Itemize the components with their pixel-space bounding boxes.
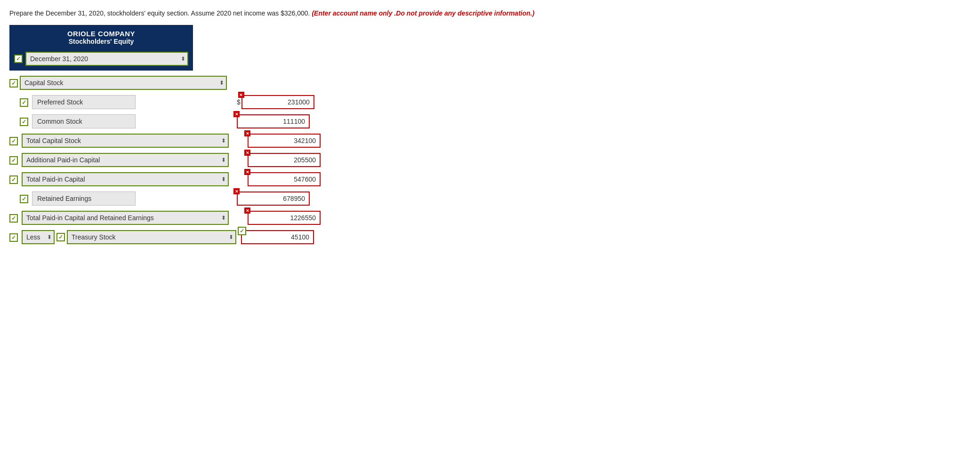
common-check-icon: ✓: [22, 119, 26, 125]
retained-earnings-input[interactable]: [237, 191, 310, 206]
total-capital-stock-x[interactable]: ✕: [244, 130, 250, 136]
common-stock-input[interactable]: [237, 114, 310, 128]
capital-stock-row: ✓ Capital Stock: [9, 74, 971, 91]
company-subtitle: Stockholders' Equity: [17, 38, 185, 45]
additional-paid-input[interactable]: [248, 153, 321, 167]
additional-paid-select-wrap: Additional Paid-in Capital: [22, 153, 229, 167]
dollar-sign-preferred: $: [237, 98, 241, 106]
capital-stock-checkbox[interactable]: ✓: [9, 79, 18, 88]
date-check-icon: ✓: [16, 56, 21, 62]
total-capital-check-icon: ✓: [11, 138, 16, 144]
common-stock-x[interactable]: ✕: [233, 111, 240, 117]
total-paid-retained-value-wrap: ✕: [248, 211, 321, 225]
common-stock-row: ✓ Common Stock ✕: [9, 113, 971, 130]
total-paid-retained-checkbox[interactable]: ✓: [9, 214, 18, 223]
instruction-text: Prepare the December 31, 2020, stockhold…: [9, 9, 310, 17]
date-checkbox[interactable]: ✓: [14, 55, 23, 63]
additional-paid-in-capital-row: ✓ Additional Paid-in Capital ✕: [9, 151, 971, 168]
treasury-stock-select[interactable]: Treasury Stock: [67, 230, 236, 244]
instruction-bold-red: (Enter account name only .Do not provide…: [312, 9, 534, 17]
additional-paid-checkbox[interactable]: ✓: [9, 156, 18, 165]
preferred-stock-row: ✓ Preferred Stock $ ✕: [9, 94, 971, 111]
company-header-block: ORIOLE COMPANY Stockholders' Equity ✓ De…: [9, 25, 971, 71]
capital-stock-check-icon: ✓: [11, 80, 16, 87]
total-paid-select[interactable]: Total Paid-in Capital: [22, 172, 229, 186]
total-paid-retained-select[interactable]: Total Paid-in Capital and Retained Earni…: [22, 211, 229, 225]
treasury-stock-value-wrap: ✓: [241, 230, 314, 244]
preferred-stock-x[interactable]: ✕: [238, 92, 244, 98]
total-paid-retained-select-wrap: Total Paid-in Capital and Retained Earni…: [22, 211, 229, 225]
total-paid-x[interactable]: ✕: [244, 169, 250, 175]
total-paid-checkbox[interactable]: ✓: [9, 175, 18, 184]
total-paid-value-wrap: ✕: [248, 172, 321, 186]
total-capital-stock-checkbox[interactable]: ✓: [9, 137, 18, 145]
total-paid-input[interactable]: [248, 172, 321, 186]
treasury-stock-checkbox[interactable]: ✓: [9, 233, 18, 242]
total-paid-select-wrap: Total Paid-in Capital: [22, 172, 229, 186]
retained-earnings-checkbox[interactable]: ✓: [20, 195, 28, 203]
total-capital-stock-input[interactable]: [248, 134, 321, 148]
date-select[interactable]: December 31, 2020: [25, 52, 188, 66]
preferred-check-icon: ✓: [22, 99, 26, 106]
additional-paid-check-icon: ✓: [11, 157, 16, 164]
additional-paid-x[interactable]: ✕: [244, 150, 250, 156]
total-capital-stock-value-wrap: ✕: [248, 134, 321, 148]
company-name: ORIOLE COMPANY: [17, 30, 185, 38]
total-paid-retained-check-icon: ✓: [11, 215, 16, 222]
treasury-check-icon: ✓: [11, 234, 16, 241]
total-paid-retained-row: ✓ Total Paid-in Capital and Retained Ear…: [9, 209, 971, 226]
preferred-stock-label: Preferred Stock: [32, 95, 136, 109]
retained-earnings-x[interactable]: ✕: [233, 188, 240, 194]
capital-stock-select[interactable]: Capital Stock: [20, 76, 227, 90]
retained-check-icon: ✓: [22, 196, 26, 202]
treasury-inner-check-icon: ✓: [58, 234, 63, 240]
total-capital-stock-select-wrap: Total Capital Stock: [22, 134, 229, 148]
total-paid-retained-input[interactable]: [248, 211, 321, 225]
date-select-wrap: December 31, 2020: [25, 52, 188, 66]
common-stock-value-wrap: ✕: [237, 114, 310, 128]
treasury-stock-select-wrap: Treasury Stock: [67, 230, 236, 244]
preferred-stock-checkbox[interactable]: ✓: [20, 98, 28, 107]
treasury-inner-checkbox[interactable]: ✓: [56, 233, 65, 241]
total-paid-check-icon: ✓: [11, 176, 16, 183]
additional-paid-value-wrap: ✕: [248, 153, 321, 167]
total-capital-stock-row: ✓ Total Capital Stock ✕: [9, 132, 971, 149]
treasury-stock-input[interactable]: [241, 230, 314, 244]
total-paid-retained-x[interactable]: ✕: [244, 207, 250, 214]
treasury-stock-row: ✓ Less ✓ Treasury Stock ✓: [9, 229, 971, 246]
total-capital-stock-select[interactable]: Total Capital Stock: [22, 134, 229, 148]
additional-paid-select[interactable]: Additional Paid-in Capital: [22, 153, 229, 167]
less-select[interactable]: Less: [22, 230, 55, 244]
preferred-stock-value-wrap: ✕: [241, 95, 314, 109]
retained-earnings-row: ✓ Retained Earnings ✕: [9, 190, 971, 207]
retained-earnings-label: Retained Earnings: [32, 191, 136, 206]
less-select-wrap: Less: [22, 230, 55, 244]
total-paid-in-capital-row: ✓ Total Paid-in Capital ✕: [9, 171, 971, 188]
common-stock-label: Common Stock: [32, 114, 136, 128]
instructions-container: Prepare the December 31, 2020, stockhold…: [9, 8, 971, 18]
preferred-stock-input[interactable]: [241, 95, 314, 109]
retained-earnings-value-wrap: ✕: [237, 191, 310, 206]
equity-form: ✓ Capital Stock ✓ Preferred Stock $ ✕: [9, 74, 971, 246]
capital-stock-select-wrap: Capital Stock: [20, 76, 227, 90]
treasury-value-check[interactable]: ✓: [238, 227, 246, 235]
common-stock-checkbox[interactable]: ✓: [20, 118, 28, 126]
